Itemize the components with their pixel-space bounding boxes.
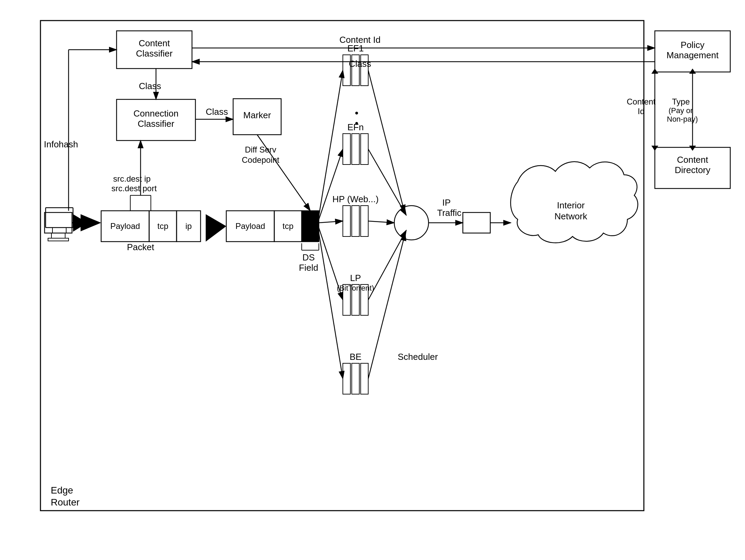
svg-text:Non-pay): Non-pay) bbox=[667, 115, 698, 123]
svg-text:(Pay or: (Pay or bbox=[669, 106, 693, 115]
svg-text:Type: Type bbox=[672, 97, 690, 106]
